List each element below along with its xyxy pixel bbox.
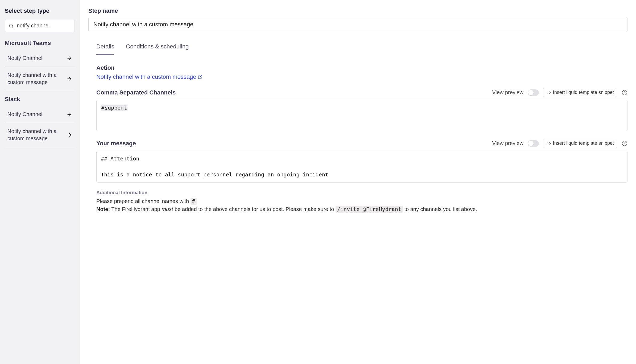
addl-line1-pre: Please prepend all channel names with xyxy=(96,198,191,204)
main-content: Step name Details Conditions & schedulin… xyxy=(80,0,636,364)
step-name-input[interactable] xyxy=(88,17,627,32)
sidebar-item-notify-channel-custom[interactable]: Notify channel with a custom message xyxy=(5,67,75,91)
channels-preview-toggle[interactable] xyxy=(528,89,539,96)
help-icon[interactable] xyxy=(622,140,627,146)
sidebar-category-slack: Slack xyxy=(5,96,75,103)
action-heading: Action xyxy=(96,64,627,71)
snippet-button-label: Insert liquid template snippet xyxy=(553,90,614,95)
message-snippet-button[interactable]: Insert liquid template snippet xyxy=(543,139,617,148)
sidebar-title: Select step type xyxy=(5,7,75,14)
action-link[interactable]: Notify channel with a custom message xyxy=(96,73,203,80)
tab-conditions[interactable]: Conditions & scheduling xyxy=(126,39,189,55)
search-input[interactable] xyxy=(5,19,75,32)
help-icon[interactable] xyxy=(622,90,627,96)
channels-field-row: Comma Separated Channels View preview In… xyxy=(96,88,627,97)
addl-line2-post: to any channels you list above. xyxy=(403,206,477,212)
channels-heading: Comma Separated Channels xyxy=(96,89,176,96)
arrow-right-icon xyxy=(66,132,72,138)
step-list-ms-teams: Notify Channel Notify channel with a cus… xyxy=(5,50,75,91)
search-box xyxy=(5,19,75,32)
additional-info-title: Additional Information xyxy=(96,190,627,196)
details-panel: Action Notify channel with a custom mess… xyxy=(88,64,627,213)
sidebar-category-ms-teams: Microsoft Teams xyxy=(5,40,75,47)
channels-textarea[interactable]: #support xyxy=(96,100,627,131)
view-preview-label: View preview xyxy=(492,89,523,96)
arrow-right-icon xyxy=(66,76,72,82)
svg-line-1 xyxy=(12,27,13,28)
sidebar: Select step type Microsoft Teams Notify … xyxy=(0,0,80,364)
search-icon xyxy=(9,23,14,28)
svg-point-0 xyxy=(9,24,13,27)
message-textarea[interactable]: ## Attention This is a notice to all sup… xyxy=(96,151,627,183)
addl-line2-em: must xyxy=(162,206,173,212)
addl-line2-pre: The FireHydrant app xyxy=(110,206,162,212)
code-icon xyxy=(547,141,551,146)
tab-details[interactable]: Details xyxy=(96,39,114,55)
sidebar-item-label: Notify channel with a custom message xyxy=(7,128,66,142)
code-icon xyxy=(547,90,551,95)
channels-value: #support xyxy=(101,105,127,111)
sidebar-item-notify-channel-custom[interactable]: Notify channel with a custom message xyxy=(5,123,75,147)
sidebar-item-notify-channel[interactable]: Notify Channel xyxy=(5,106,75,123)
channels-tools: View preview Insert liquid template snip… xyxy=(492,88,627,97)
sidebar-item-label: Notify Channel xyxy=(7,111,66,118)
message-heading: Your message xyxy=(96,140,136,147)
message-preview-toggle[interactable] xyxy=(528,140,539,147)
additional-info-body: Please prepend all channel names with # … xyxy=(96,197,627,213)
svg-line-6 xyxy=(200,75,202,77)
step-list-slack: Notify Channel Notify channel with a cus… xyxy=(5,106,75,147)
channels-snippet-button[interactable]: Insert liquid template snippet xyxy=(543,88,617,97)
arrow-right-icon xyxy=(66,55,72,61)
step-name-label: Step name xyxy=(88,7,627,14)
sidebar-item-notify-channel[interactable]: Notify Channel xyxy=(5,50,75,67)
message-tools: View preview Insert liquid template snip… xyxy=(492,139,627,148)
addl-line2-code: /invite @FireHydrant xyxy=(336,206,403,213)
external-link-icon xyxy=(198,75,203,79)
sidebar-item-label: Notify channel with a custom message xyxy=(7,72,66,86)
message-field-row: Your message View preview Insert liquid … xyxy=(96,139,627,148)
addl-note-label: Note: xyxy=(96,206,110,212)
addl-line2-mid: be added to the above channels for us to… xyxy=(173,206,336,212)
tabs: Details Conditions & scheduling xyxy=(88,39,627,55)
snippet-button-label: Insert liquid template snippet xyxy=(553,140,614,146)
view-preview-label: View preview xyxy=(492,140,523,146)
arrow-right-icon xyxy=(66,111,72,117)
action-link-label: Notify channel with a custom message xyxy=(96,73,196,80)
addl-line1-code: # xyxy=(191,198,197,205)
sidebar-item-label: Notify Channel xyxy=(7,55,66,62)
